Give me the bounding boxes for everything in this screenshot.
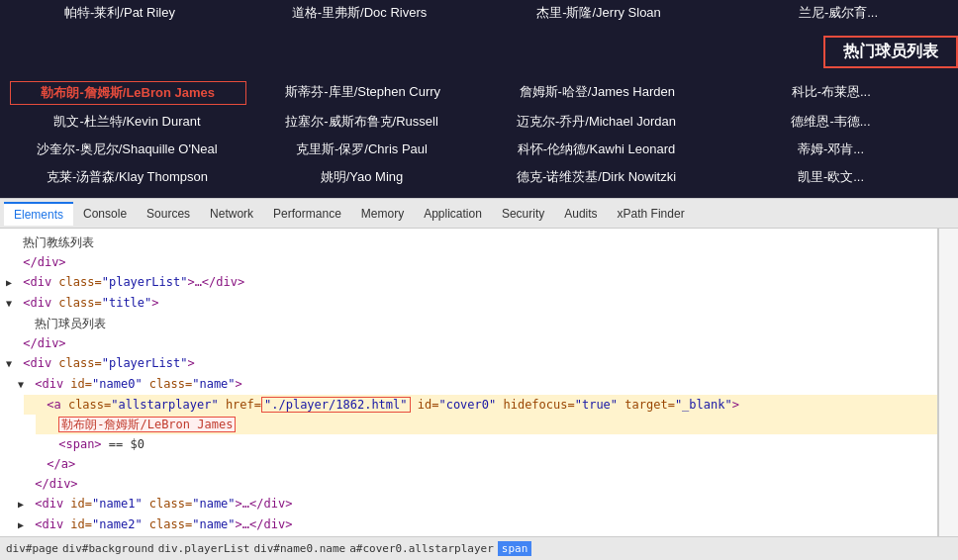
coach-4: 兰尼-威尔育... — [718, 2, 958, 24]
breadcrumb-cover0[interactable]: a#cover0.allstarplayer — [349, 542, 494, 555]
player-lebron: 勒布朗-詹姆斯/LeBron James — [10, 81, 246, 105]
tab-security[interactable]: Security — [492, 203, 554, 225]
tab-elements[interactable]: Elements — [4, 202, 73, 226]
breadcrumb-name0[interactable]: div#name0.name — [253, 542, 345, 555]
dom-line-11: <span> == $0 — [36, 434, 937, 454]
breadcrumb-page[interactable]: div#page — [6, 542, 58, 555]
dom-tree-panel[interactable]: 热门教练列表 </div> <div class="playerList">…<… — [0, 229, 938, 536]
breadcrumb-playerlist[interactable]: div.playerList — [158, 542, 250, 555]
player-nowitzki: 德克-诺维茨基/Dirk Nowitzki — [479, 166, 714, 188]
dom-line-10: 勒布朗-詹姆斯/LeBron James — [36, 415, 937, 434]
player-thompson: 克莱-汤普森/Klay Thompson — [10, 166, 244, 188]
player-paul: 克里斯-保罗/Chris Paul — [244, 139, 479, 160]
dom-line-name2[interactable]: <div id="name2" class="name">…</div> — [12, 514, 937, 535]
coaches-row: 帕特-莱利/Pat Riley 道格-里弗斯/Doc Rivers 杰里-斯隆/… — [0, 0, 958, 26]
dom-line-7[interactable]: <div class="playerList"> — [0, 353, 937, 374]
dom-line-4[interactable]: <div class="title"> — [0, 293, 937, 314]
player-westbrook: 拉塞尔-威斯布鲁克/Russell — [244, 111, 479, 133]
webpage-preview: 帕特-莱利/Pat Riley 道格-里弗斯/Doc Rivers 杰里-斯隆/… — [0, 0, 958, 198]
player-yao: 姚明/Yao Ming — [244, 166, 479, 188]
tab-audits[interactable]: Audits — [554, 203, 607, 225]
tab-console[interactable]: Console — [73, 203, 137, 225]
dom-line-9[interactable]: <a class="allstarplayer" href="./player/… — [24, 395, 937, 415]
hot-players-title: 热门球员列表 — [823, 36, 958, 68]
player-kobe: 科比-布莱恩... — [715, 81, 949, 105]
tab-xpath[interactable]: xPath Finder — [608, 203, 695, 225]
player-curry: 斯蒂芬-库里/Stephen Curry — [246, 81, 481, 105]
breadcrumb-span[interactable]: span — [498, 541, 532, 556]
devtools-tabs: Elements Console Sources Network Perform… — [0, 199, 958, 229]
tab-performance[interactable]: Performance — [263, 203, 351, 225]
tab-sources[interactable]: Sources — [137, 203, 200, 225]
coach-2: 道格-里弗斯/Doc Rivers — [240, 2, 479, 24]
player-durant: 凯文-杜兰特/Kevin Durant — [10, 111, 244, 133]
player-jordan: 迈克尔-乔丹/Michael Jordan — [479, 111, 714, 133]
tri-3[interactable] — [6, 274, 16, 292]
devtools-panel: Elements Console Sources Network Perform… — [0, 198, 958, 560]
tri-name1[interactable] — [18, 496, 28, 513]
players-row-1: 凯文-杜兰特/Kevin Durant 拉塞尔-威斯布鲁克/Russell 迈克… — [0, 108, 958, 136]
dom-line-6: </div> — [0, 333, 937, 353]
player-wade: 德维恩-韦德... — [714, 111, 948, 133]
tab-application[interactable]: Application — [414, 203, 492, 225]
dom-line-3[interactable]: <div class="playerList">…</div> — [0, 272, 937, 293]
players-row-3: 克莱-汤普森/Klay Thompson 姚明/Yao Ming 德克-诺维茨基… — [0, 163, 958, 191]
dom-line-1: 热门教练列表 — [0, 233, 937, 252]
tri-name2[interactable] — [18, 516, 28, 534]
tab-memory[interactable]: Memory — [351, 203, 414, 225]
breadcrumb-background[interactable]: div#background — [62, 542, 154, 555]
players-row-0: 勒布朗-詹姆斯/LeBron James 斯蒂芬-库里/Stephen Curr… — [0, 78, 958, 108]
dom-line-8[interactable]: <div id="name0" class="name"> — [12, 374, 937, 395]
dom-line-2: </div> — [0, 252, 937, 272]
player-harden: 詹姆斯-哈登/James Harden — [480, 81, 715, 105]
tri-8[interactable] — [18, 376, 28, 394]
player-irving: 凯里-欧文... — [714, 166, 948, 188]
dom-line-13: </div> — [12, 474, 937, 494]
players-row-2: 沙奎尔-奥尼尔/Shaquille O'Neal 克里斯-保罗/Chris Pa… — [0, 136, 958, 163]
dom-line-5: 热门球员列表 — [12, 314, 937, 333]
tri-4[interactable] — [6, 295, 16, 313]
breadcrumb-bar: div#page div#background div.playerList d… — [0, 536, 958, 560]
coach-3: 杰里-斯隆/Jerry Sloan — [479, 2, 718, 24]
tri-7[interactable] — [6, 355, 16, 373]
player-duncan: 蒂姆-邓肯... — [714, 139, 948, 160]
right-side-panel — [938, 229, 958, 536]
dom-line-name1[interactable]: <div id="name1" class="name">…</div> — [12, 494, 937, 514]
tab-network[interactable]: Network — [200, 203, 263, 225]
player-oneal: 沙奎尔-奥尼尔/Shaquille O'Neal — [10, 139, 244, 160]
dom-line-12: </a> — [24, 454, 937, 474]
devtools-body: 热门教练列表 </div> <div class="playerList">…<… — [0, 229, 958, 536]
hot-title-container: 热门球员列表 — [0, 30, 958, 74]
coach-1: 帕特-莱利/Pat Riley — [0, 2, 240, 24]
player-leonard: 科怀-伦纳德/Kawhi Leonard — [479, 139, 714, 160]
